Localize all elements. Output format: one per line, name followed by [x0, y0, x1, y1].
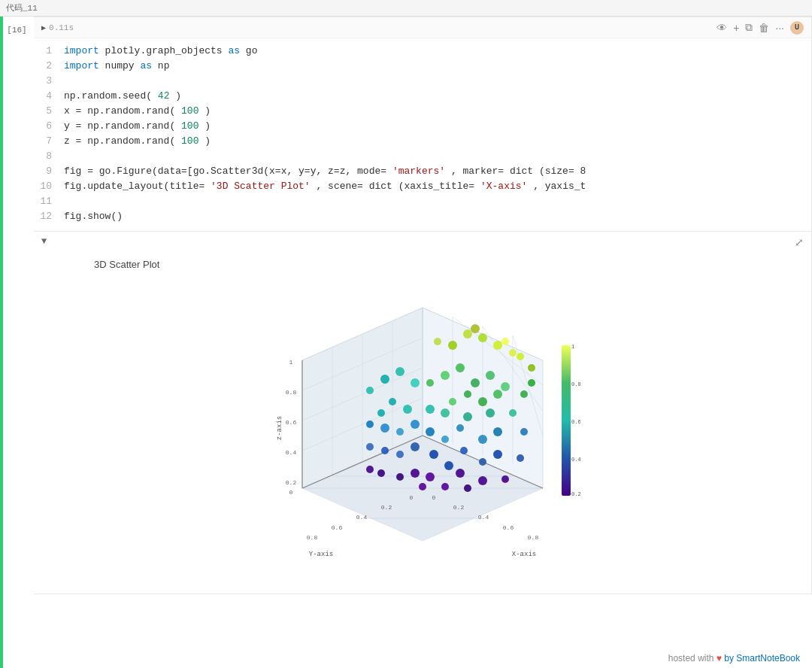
svg-point-82 — [493, 427, 502, 436]
svg-point-65 — [449, 398, 456, 405]
code-line-4: 4 np.random.seed( 42 ) — [34, 90, 811, 105]
svg-point-60 — [493, 390, 502, 399]
svg-text:0.8: 0.8 — [286, 389, 297, 396]
heart-icon: ♥ — [717, 653, 722, 663]
svg-point-70 — [389, 398, 396, 405]
footer-hosted-text: hosted with — [668, 653, 714, 663]
svg-point-97 — [366, 443, 374, 451]
code-line-7: 7 z = np.random.rand( 100 ) — [34, 135, 811, 150]
svg-text:0: 0 — [432, 494, 436, 501]
code-line-3: 3 — [34, 74, 811, 90]
add-icon[interactable]: + — [733, 22, 739, 34]
svg-point-108 — [419, 483, 426, 490]
svg-text:0.6: 0.6 — [332, 524, 343, 531]
cell-actions-bar: 👁 + ⧉ 🗑 ··· U — [717, 21, 804, 35]
svg-text:1: 1 — [571, 344, 574, 350]
svg-point-94 — [444, 461, 453, 470]
svg-point-54 — [486, 371, 495, 380]
code-editor[interactable]: 1 import plotly.graph_objects as go 2 im… — [34, 38, 811, 231]
svg-point-84 — [441, 436, 449, 443]
more-options-icon[interactable]: ··· — [775, 22, 784, 34]
plot-visualization[interactable]: 1 0.8 0.6 0.4 0.2 0 0 0.2 0.4 0.6 0.8 0 … — [49, 278, 796, 578]
svg-point-59 — [441, 371, 450, 380]
svg-point-68 — [411, 378, 420, 387]
svg-point-49 — [501, 338, 509, 345]
svg-point-106 — [366, 466, 374, 473]
svg-point-74 — [441, 408, 450, 418]
output-toggle-button[interactable]: ▼ — [34, 232, 811, 251]
svg-text:0.6: 0.6 — [571, 419, 580, 425]
brand-text: by SmartNoteBook — [724, 653, 800, 663]
svg-text:X-axis: X-axis — [512, 551, 536, 558]
svg-point-67 — [380, 375, 389, 384]
notebook-title: 代码_11 — [6, 2, 38, 14]
svg-point-52 — [528, 364, 535, 372]
svg-text:1: 1 — [289, 359, 293, 366]
svg-point-46 — [463, 329, 472, 339]
svg-text:0: 0 — [410, 494, 414, 501]
code-line-12: 12 fig.show() — [34, 210, 811, 225]
code-line-8: 8 — [34, 150, 811, 165]
svg-text:0.2: 0.2 — [453, 504, 465, 511]
svg-point-72 — [509, 409, 517, 417]
svg-point-95 — [517, 454, 524, 462]
svg-point-44 — [478, 333, 487, 342]
svg-text:0.6: 0.6 — [503, 524, 514, 531]
active-cell-indicator — [0, 17, 3, 668]
svg-point-48 — [448, 341, 457, 350]
svg-point-75 — [366, 387, 374, 394]
eye-icon[interactable]: 👁 — [717, 22, 727, 34]
svg-point-69 — [426, 405, 435, 414]
svg-text:0.8: 0.8 — [571, 381, 580, 387]
svg-text:z-axis: z-axis — [276, 416, 283, 440]
svg-point-45 — [493, 341, 502, 350]
copy-icon[interactable]: ⧉ — [745, 21, 753, 34]
delete-icon[interactable]: 🗑 — [759, 22, 769, 34]
svg-point-91 — [396, 451, 404, 458]
svg-point-79 — [426, 427, 435, 436]
svg-text:0.4: 0.4 — [571, 457, 580, 463]
svg-point-86 — [366, 421, 374, 428]
svg-text:0.2: 0.2 — [381, 504, 392, 511]
svg-point-50 — [517, 353, 524, 360]
code-line-1: 1 import plotly.graph_objects as go — [34, 44, 811, 59]
code-line-6: 6 y = np.random.rand( 100 ) — [34, 120, 811, 135]
svg-point-92 — [493, 450, 502, 459]
svg-text:0.4: 0.4 — [478, 514, 489, 521]
svg-text:0: 0 — [289, 489, 293, 496]
svg-point-62 — [528, 379, 535, 387]
svg-point-85 — [380, 424, 389, 433]
svg-point-51 — [471, 324, 480, 333]
svg-text:0.8: 0.8 — [528, 534, 539, 541]
code-line-5: 5 x = np.random.rand( 100 ) — [34, 105, 811, 120]
svg-point-76 — [377, 409, 385, 417]
svg-point-87 — [520, 428, 528, 436]
run-info: ▶ 0.11s — [41, 23, 74, 32]
svg-point-105 — [377, 469, 385, 477]
svg-point-81 — [456, 424, 464, 432]
svg-text:0.4: 0.4 — [356, 514, 368, 521]
svg-point-90 — [460, 447, 468, 454]
svg-point-99 — [426, 472, 435, 481]
output-cell: ▼ ⤢ 3D Scatter Plot — [34, 232, 812, 594]
expand-output-button[interactable]: ⤢ — [795, 236, 804, 249]
svg-point-64 — [478, 397, 487, 406]
top-bar: 代码_11 — [0, 0, 812, 17]
svg-text:0.6: 0.6 — [286, 419, 297, 426]
svg-point-88 — [411, 442, 420, 451]
svg-point-96 — [381, 447, 389, 454]
avatar: U — [790, 21, 804, 35]
svg-point-107 — [464, 484, 471, 492]
svg-point-103 — [441, 483, 449, 490]
code-cell-header: ▶ 0.11s 👁 + ⧉ 🗑 ··· U — [34, 17, 811, 38]
code-line-11: 11 — [34, 195, 811, 210]
svg-text:0.2: 0.2 — [571, 491, 580, 497]
svg-point-53 — [434, 338, 441, 345]
output-area: 3D Scatter Plot — [34, 251, 811, 594]
3d-scatter-svg: 1 0.8 0.6 0.4 0.2 0 0 0.2 0.4 0.6 0.8 0 … — [265, 285, 580, 571]
run-triangle-icon: ▶ — [41, 23, 46, 32]
svg-point-100 — [456, 469, 465, 478]
svg-point-80 — [396, 428, 404, 436]
code-cell: ▶ 0.11s 👁 + ⧉ 🗑 ··· U 1 import plotly.gr… — [34, 17, 812, 232]
svg-text:0.4: 0.4 — [286, 449, 297, 456]
